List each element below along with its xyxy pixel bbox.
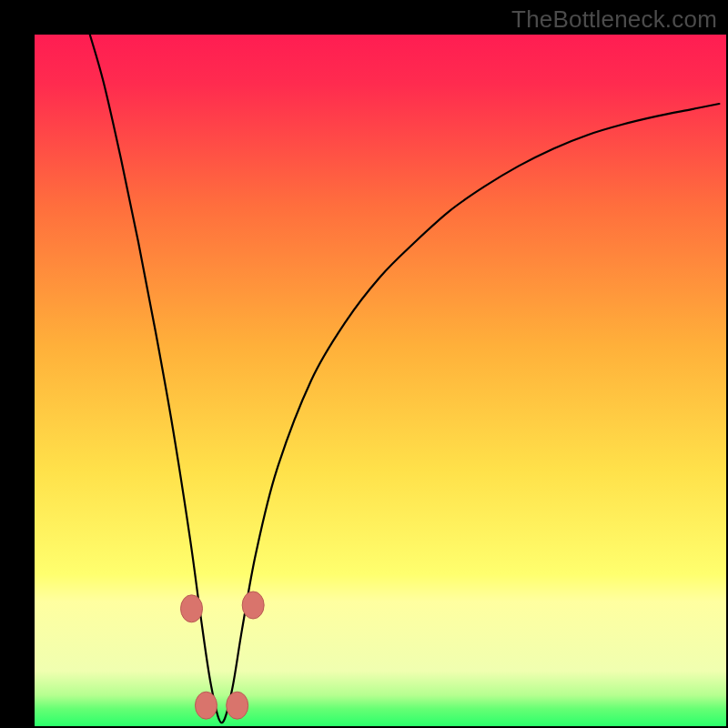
- trough-marker: [195, 692, 217, 719]
- trough-marker: [181, 595, 203, 622]
- chart-frame: { "watermark": "TheBottleneck.com", "col…: [0, 0, 728, 728]
- bottleneck-chart: [0, 0, 728, 728]
- trough-marker: [242, 592, 264, 619]
- plot-background: [35, 35, 726, 726]
- watermark-text: TheBottleneck.com: [511, 5, 717, 34]
- trough-marker: [227, 692, 248, 719]
